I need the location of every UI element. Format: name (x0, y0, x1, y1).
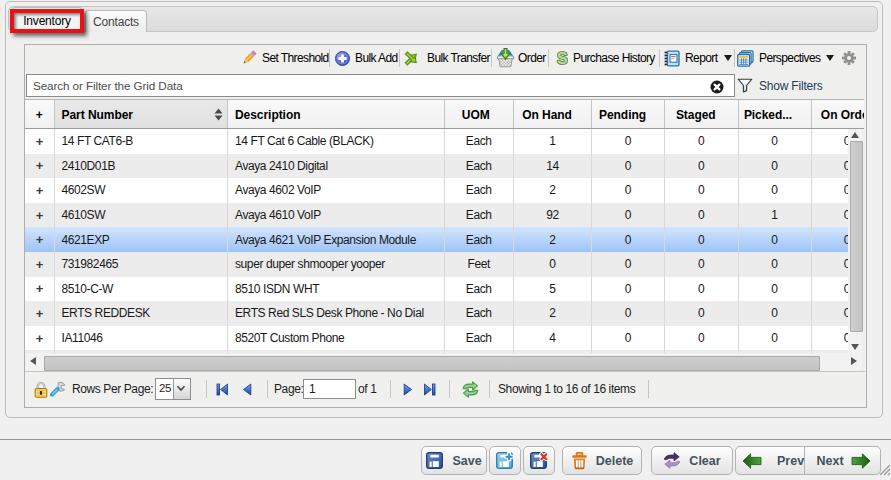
svg-text:S: S (557, 50, 568, 67)
